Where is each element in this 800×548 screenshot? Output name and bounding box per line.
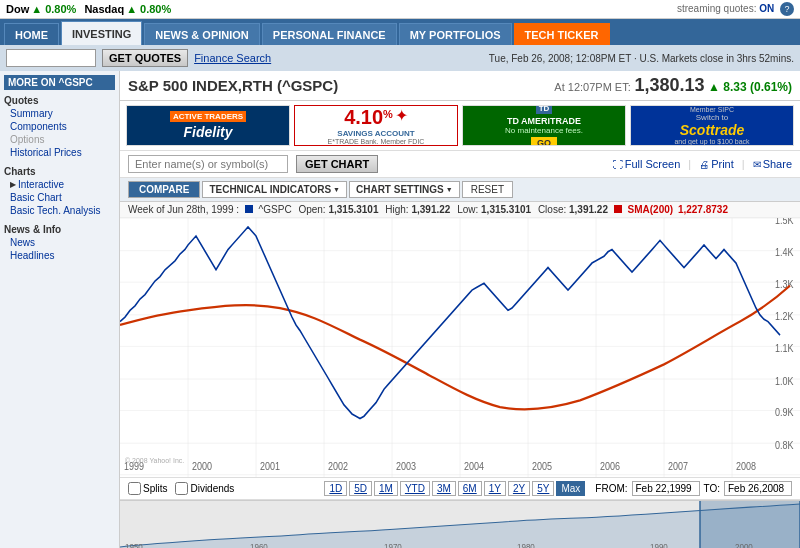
dividends-checkbox-label[interactable]: Dividends <box>175 482 234 495</box>
svg-text:1.1K: 1.1K <box>775 342 794 354</box>
time-2y[interactable]: 2Y <box>508 481 530 496</box>
svg-text:1970: 1970 <box>384 543 402 548</box>
time-max[interactable]: Max <box>556 481 585 496</box>
splits-checkbox-label[interactable]: Splits <box>128 482 167 495</box>
sidebar-summary[interactable]: Summary <box>4 107 115 120</box>
from-label: FROM: <box>595 483 627 494</box>
settings-tab[interactable]: CHART SETTINGS <box>349 181 460 198</box>
sidebar-components[interactable]: Components <box>4 120 115 133</box>
stock-title: S&P 500 INDEX,RTH (^GSPC) <box>128 77 338 94</box>
sidebar-historical-prices[interactable]: Historical Prices <box>4 146 115 159</box>
svg-text:1.0K: 1.0K <box>775 375 794 387</box>
fidelity-ad[interactable]: ACTIVE TRADERS Fidelity <box>126 105 290 146</box>
get-chart-button[interactable]: GET CHART <box>296 155 378 173</box>
svg-text:2003: 2003 <box>396 461 416 473</box>
nav-tabs: HOME INVESTING NEWS & OPINION PERSONAL F… <box>0 19 800 45</box>
tab-home[interactable]: HOME <box>4 23 59 45</box>
reset-button[interactable]: RESET <box>462 181 513 198</box>
charts-section: Charts Interactive Basic Chart Basic Tec… <box>4 165 115 217</box>
fidelity-active-traders: ACTIVE TRADERS <box>170 111 246 122</box>
splits-checkbox[interactable] <box>128 482 141 495</box>
time-5y[interactable]: 5Y <box>532 481 554 496</box>
tab-personal-finance[interactable]: PERSONAL FINANCE <box>262 23 397 45</box>
ticker-input[interactable] <box>6 49 96 67</box>
ameritrade-ad[interactable]: TD TD AMERITRADE No maintenance fees. GO <box>462 105 626 146</box>
fidelity-name: Fidelity <box>183 124 232 140</box>
to-date-input[interactable] <box>724 481 792 496</box>
time-1d[interactable]: 1D <box>324 481 347 496</box>
savings-pct: % <box>383 108 393 120</box>
dividends-label: Dividends <box>190 483 234 494</box>
tab-investing[interactable]: INVESTING <box>61 21 142 45</box>
splits-label: Splits <box>143 483 167 494</box>
svg-text:2005: 2005 <box>532 461 552 473</box>
time-5d[interactable]: 5D <box>349 481 372 496</box>
technical-tab[interactable]: TECHNICAL INDICATORS <box>202 181 347 198</box>
svg-text:0.9K: 0.9K <box>775 407 794 419</box>
svg-text:2006: 2006 <box>600 461 620 473</box>
main-layout: MORE ON ^GSPC Quotes Summary Components … <box>0 71 800 548</box>
ameritrade-name: TD AMERITRADE <box>507 116 581 126</box>
stock-time-label: At 12:07PM ET: <box>554 81 630 93</box>
savings-sub: E*TRADE Bank. Member FDIC <box>328 138 425 145</box>
time-ytd[interactable]: YTD <box>400 481 430 496</box>
tab-my-portfolios[interactable]: MY PORTFOLIOS <box>399 23 512 45</box>
chart-controls: GET CHART ⛶ Full Screen | 🖨 Print | ✉ Sh… <box>120 151 800 178</box>
stock-change: ▲ 8.33 (0.61%) <box>708 80 792 94</box>
scottrade-member: Member SIPC <box>690 106 734 113</box>
print-link[interactable]: 🖨 Print <box>699 158 734 170</box>
time-6m[interactable]: 6M <box>458 481 482 496</box>
time-3m[interactable]: 3M <box>432 481 456 496</box>
dividends-checkbox[interactable] <box>175 482 188 495</box>
share-icon: ✉ <box>753 159 761 170</box>
ameritrade-go-btn[interactable]: GO <box>531 137 557 147</box>
savings-ad[interactable]: 4.10 % ✦ SAVINGS ACCOUNT E*TRADE Bank. M… <box>294 105 458 146</box>
svg-text:1.4K: 1.4K <box>775 247 794 259</box>
quotes-section: Quotes Summary Components Options Histor… <box>4 94 115 159</box>
svg-text:2008: 2008 <box>736 461 756 473</box>
svg-text:1.5K: 1.5K <box>775 218 794 226</box>
ticker-badge <box>245 205 253 213</box>
scottrade-offer: and get up to $100 back <box>674 138 749 145</box>
nasdaq-label: Nasdaq <box>84 3 124 15</box>
time-1y[interactable]: 1Y <box>484 481 506 496</box>
tab-news[interactable]: NEWS & OPINION <box>144 23 260 45</box>
news-title: News & Info <box>4 223 115 236</box>
sidebar-basic-tech[interactable]: Basic Tech. Analysis <box>4 204 115 217</box>
get-quotes-button[interactable]: GET QUOTES <box>102 49 188 67</box>
high-value: 1,391.22 <box>411 204 450 215</box>
svg-text:2000: 2000 <box>735 543 753 548</box>
compare-tab[interactable]: COMPARE <box>128 181 200 198</box>
week-of: Week of Jun 28th, 1999 : <box>128 204 239 215</box>
stock-price-display: At 12:07PM ET: 1,380.13 ▲ 8.33 (0.61%) <box>554 75 792 96</box>
scottrade-switch: Switch to <box>696 113 728 122</box>
time-1m[interactable]: 1M <box>374 481 398 496</box>
from-date-input[interactable] <box>632 481 700 496</box>
time-period-buttons: 1D 5D 1M YTD 3M 6M 1Y 2Y 5Y Max <box>324 481 585 496</box>
search-bar: GET QUOTES Finance Search Tue, Feb 26, 2… <box>0 45 800 71</box>
finance-search-link[interactable]: Finance Search <box>194 52 271 64</box>
svg-text:1960: 1960 <box>250 543 268 548</box>
fullscreen-link[interactable]: ⛶ Full Screen <box>613 158 681 170</box>
sidebar-news[interactable]: News <box>4 236 115 249</box>
sidebar-headlines[interactable]: Headlines <box>4 249 115 262</box>
low-label: Low: <box>457 204 478 215</box>
mini-chart-area: 1950 1960 1970 1980 1990 2000 <box>120 500 800 548</box>
symbol-input[interactable] <box>128 155 288 173</box>
sidebar-interactive[interactable]: Interactive <box>4 178 115 191</box>
charts-title: Charts <box>4 165 115 178</box>
svg-text:2002: 2002 <box>328 461 348 473</box>
scottrade-ad[interactable]: Member SIPC Switch to Scottrade and get … <box>630 105 794 146</box>
share-link[interactable]: ✉ Share <box>753 158 792 170</box>
svg-text:2000: 2000 <box>192 461 212 473</box>
main-chart-area: 1.5K 1.4K 1.3K 1.2K 1.1K 1.0K 0.9K 0.8K … <box>120 218 800 478</box>
tab-tech-ticker[interactable]: TECH TICKER <box>514 23 610 45</box>
ameritrade-logo: TD <box>536 105 553 114</box>
sidebar-basic-chart[interactable]: Basic Chart <box>4 191 115 204</box>
sma-label: SMA(200) <box>628 204 674 215</box>
svg-text:0.8K: 0.8K <box>775 439 794 451</box>
quotes-title: Quotes <box>4 94 115 107</box>
savings-label: SAVINGS ACCOUNT <box>337 129 414 138</box>
top-bar: Dow ▲ 0.80% Nasdaq ▲ 0.80% streaming quo… <box>0 0 800 19</box>
chart-footer: Splits Dividends 1D 5D 1M YTD 3M 6M 1Y 2… <box>120 478 800 500</box>
